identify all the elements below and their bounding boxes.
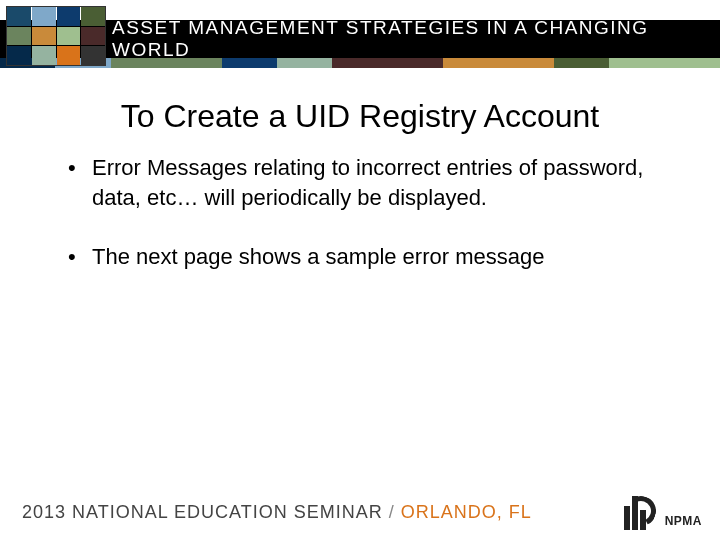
slide: ASSET MANAGEMENT STRATEGIES IN A CHANGIN… <box>0 0 720 540</box>
npma-logo-icon <box>624 494 660 530</box>
footer-location: ORLANDO, FL <box>401 502 532 523</box>
thumb-tile <box>32 27 56 46</box>
thumb-tile <box>81 27 105 46</box>
strip-seg <box>111 58 222 68</box>
strip-seg <box>222 58 277 68</box>
thumb-tile <box>32 7 56 26</box>
thumb-tile <box>57 7 81 26</box>
thumb-tile <box>57 46 81 65</box>
npma-logo: NPMA <box>624 494 702 530</box>
bullet-item: The next page shows a sample error messa… <box>68 242 680 272</box>
bullet-item: Error Messages relating to incorrect ent… <box>68 153 680 212</box>
strip-seg <box>554 58 609 68</box>
header-bar: ASSET MANAGEMENT STRATEGIES IN A CHANGIN… <box>0 20 720 58</box>
header-color-strip <box>0 58 720 68</box>
footer-seminar-text: 2013 NATIONAL EDUCATION SEMINAR <box>22 502 383 523</box>
footer-separator: / <box>389 502 395 523</box>
strip-seg <box>609 58 720 68</box>
slide-title: To Create a UID Registry Account <box>40 98 680 135</box>
thumb-tile <box>32 46 56 65</box>
strip-seg <box>277 58 332 68</box>
header-thumbnail <box>6 6 106 66</box>
thumb-tile <box>81 7 105 26</box>
npma-logo-text: NPMA <box>665 514 702 530</box>
header-title: ASSET MANAGEMENT STRATEGIES IN A CHANGIN… <box>112 17 720 61</box>
thumb-tile <box>7 46 31 65</box>
slide-content: To Create a UID Registry Account Error M… <box>0 68 720 540</box>
thumb-tile <box>57 27 81 46</box>
strip-seg <box>332 58 443 68</box>
bullet-list: Error Messages relating to incorrect ent… <box>40 153 680 272</box>
strip-seg <box>443 58 554 68</box>
thumb-tile <box>7 27 31 46</box>
thumb-tile <box>81 46 105 65</box>
footer: 2013 NATIONAL EDUCATION SEMINAR / ORLAND… <box>0 492 720 540</box>
thumb-tile <box>7 7 31 26</box>
header-band: ASSET MANAGEMENT STRATEGIES IN A CHANGIN… <box>0 0 720 68</box>
